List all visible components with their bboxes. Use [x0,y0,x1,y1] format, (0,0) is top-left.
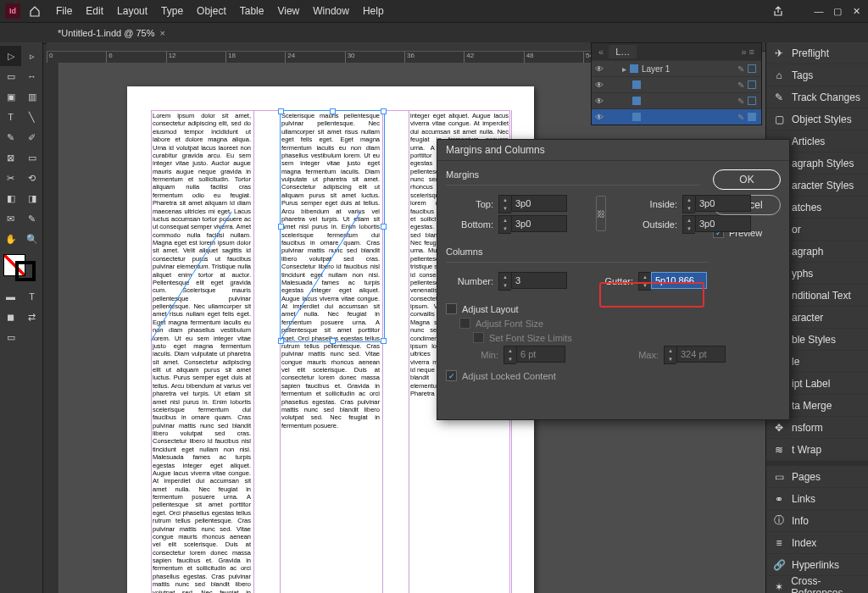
panel-icon: ⓘ [773,515,785,527]
pen-tool[interactable]: ✎ [0,127,21,147]
panel-pages[interactable]: ▭Pages [766,466,868,488]
panel-icon: ⚭ [773,493,785,505]
gutter-stepper[interactable]: ▲▼ [638,272,651,291]
type-tool[interactable]: T [0,107,21,127]
panel-hyperlinks[interactable]: 🔗Hyperlinks [766,554,868,576]
panel-info[interactable]: ⓘInfo [766,510,868,532]
page-tool[interactable]: ▭ [0,66,21,86]
panel-icon: 🔗 [773,559,785,571]
min-input [516,346,565,363]
content-placer-tool[interactable]: ▥ [21,86,42,107]
screen-mode-tool[interactable]: ▭ [0,327,21,347]
free-transform-tool[interactable]: ⟲ [21,168,42,188]
panel-cross-references[interactable]: ✶Cross-References [766,576,868,593]
max-stepper: ▲▼ [664,346,676,364]
panel-tags[interactable]: ⌂Tags [766,64,868,86]
text-column: Lorem ipsum dolor sit amet, consectetur … [153,112,251,593]
panel-object-styles[interactable]: ▢Object Styles [766,108,868,130]
inside-stepper[interactable]: ▲▼ [682,195,695,213]
selection-tool[interactable]: ▷ [0,46,21,66]
stroke-swatch[interactable] [15,261,36,281]
menu-file[interactable]: File [49,0,79,22]
panel-icon: ≡ [773,537,785,549]
outside-input[interactable] [695,215,751,232]
panel-icon: ✥ [773,422,785,434]
layer-row[interactable]: 👁✎ [592,108,761,125]
app-logo: Id [5,3,20,19]
apply-color-tool[interactable]: ▬ [0,286,21,307]
window-close-icon[interactable]: ✕ [849,6,863,16]
panel-icon: ≋ [773,444,785,456]
layer-row[interactable]: 👁✎ [592,92,761,108]
menu-help[interactable]: Help [356,0,391,22]
menu-view[interactable]: View [270,0,306,22]
panel-preflight[interactable]: ✈Preflight [766,42,868,64]
adjust-font-size-checkbox: Adjust Font Size [459,318,781,329]
default-fill-stroke[interactable]: ◼ [0,307,21,327]
menu-object[interactable]: Object [190,0,233,22]
scissors-tool[interactable]: ✂ [0,168,21,188]
layers-panel-header: « L… » ≡ [592,43,761,60]
panel-index[interactable]: ≡Index [766,532,868,554]
top-input[interactable] [511,195,567,212]
rectangle-frame-tool[interactable]: ⊠ [0,147,21,168]
hand-tool[interactable]: ✋ [0,229,21,249]
panel-icon: ✈ [773,47,785,59]
margins-columns-dialog[interactable]: Margins and Columns OK Cancel ✓Preview M… [437,139,790,420]
link-margins-icon[interactable]: ⛓ [596,196,606,231]
home-icon[interactable] [27,3,42,19]
direct-selection-tool[interactable]: ▹ [21,46,42,66]
layer-row[interactable]: 👁▸Layer 1✎ [592,60,761,76]
close-tab-icon[interactable]: × [160,28,165,38]
gradient-swatch-tool[interactable]: ◧ [0,188,21,208]
eyedropper-tool[interactable]: ✎ [21,208,42,229]
max-input [676,346,726,363]
number-input[interactable] [511,272,567,289]
gradient-feather-tool[interactable]: ◨ [21,188,42,208]
top-stepper[interactable]: ▲▼ [498,195,511,213]
swap-fill-stroke[interactable]: ⇄ [21,307,42,327]
gutter-input[interactable] [651,272,707,289]
panel-t-wrap[interactable]: ≋t Wrap [766,439,868,461]
inside-input[interactable] [695,195,751,212]
zoom-tool[interactable]: 🔍 [21,229,42,249]
selected-text-frame[interactable] [280,110,385,342]
adjust-locked-checkbox[interactable]: ✓Adjust Locked Content [446,370,781,381]
content-collector-tool[interactable]: ▣ [0,86,21,107]
rectangle-tool[interactable]: ▭ [21,147,42,168]
dialog-title: Margins and Columns [437,140,789,161]
window-minimize-icon[interactable]: — [812,6,826,16]
menu-table[interactable]: Table [233,0,271,22]
document-tab-label: *Untitled-1.indd @ 75% [58,28,155,38]
note-tool[interactable]: ✉ [0,208,21,229]
panel-icon: ▭ [773,471,785,483]
outside-stepper[interactable]: ▲▼ [682,215,695,234]
menu-edit[interactable]: Edit [79,0,110,22]
bottom-stepper[interactable]: ▲▼ [498,215,511,234]
layer-row[interactable]: 👁✎ [592,76,761,92]
layers-panel[interactable]: « L… » ≡ 👁▸Layer 1✎👁✎👁✎👁✎ [591,42,762,125]
panel-links[interactable]: ⚭Links [766,488,868,510]
menu-window[interactable]: Window [306,0,356,22]
menu-layout[interactable]: Layout [110,0,154,22]
line-tool[interactable]: ╲ [21,107,42,127]
ok-button[interactable]: OK [713,169,781,190]
apply-text-tool[interactable]: T [21,286,42,307]
adjust-layout-checkbox[interactable]: Adjust Layout [446,303,781,314]
share-icon[interactable] [771,6,785,16]
panel-icon: ✶ [773,581,784,593]
menu-type[interactable]: Type [154,0,190,22]
gap-tool[interactable]: ↔ [21,66,42,86]
set-font-size-limits-checkbox: Set Font Size Limits [473,332,781,343]
window-restore-icon[interactable]: ▢ [831,6,844,16]
document-tab[interactable]: *Untitled-1.indd @ 75% × [51,23,172,43]
bottom-input[interactable] [511,215,567,232]
columns-section-label: Columns [446,247,709,257]
number-stepper[interactable]: ▲▼ [498,272,511,291]
panel-icon: ✎ [773,91,785,103]
toolbox: ▷▹ ▭↔ ▣▥ T╲ ✎✐ ⊠▭ ✂⟲ ◧◨ ✉✎ ✋🔍 ▬T ◼⇄ ▭ [0,42,43,593]
layers-panel-tab[interactable]: L… [609,45,637,58]
pencil-tool[interactable]: ✐ [21,127,42,147]
panel-track-changes[interactable]: ✎Track Changes [766,86,868,108]
fill-stroke-swatch[interactable] [3,254,36,281]
